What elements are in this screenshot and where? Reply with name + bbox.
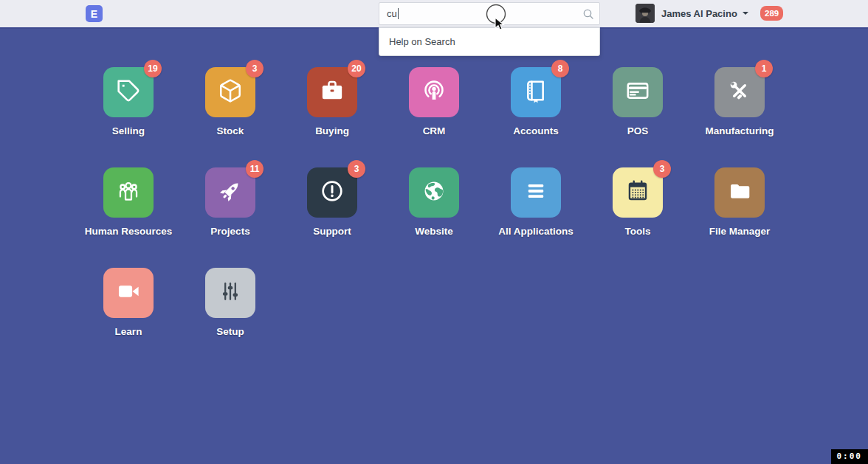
app-badge-count: 3: [246, 60, 264, 77]
ledger-book-icon: [523, 78, 548, 106]
app-label: Setup: [216, 326, 244, 337]
search-input-value: cu: [387, 8, 397, 19]
calendar-icon: [625, 179, 650, 207]
app-tile-projects[interactable]: 11 Projects: [179, 167, 281, 237]
people-group-icon: [116, 179, 141, 207]
app-label: All Applications: [498, 226, 574, 237]
app-badge-count: 1: [755, 60, 773, 77]
app-tile-buying[interactable]: 20 Buying: [281, 67, 383, 136]
app-label: Projects: [210, 226, 249, 237]
app-label: Website: [415, 226, 453, 237]
issue-exclamation-icon: [320, 179, 345, 207]
app-icon-box[interactable]: 8: [511, 67, 561, 117]
app-icon-box[interactable]: 3: [205, 67, 255, 117]
rocket-icon: [218, 179, 243, 207]
app-icon-box[interactable]: 19: [103, 67, 154, 117]
app-tile-accounts[interactable]: 8 Accounts: [485, 67, 587, 136]
user-name: James Al Pacino: [661, 8, 737, 19]
credit-card-icon: [625, 78, 650, 106]
app-icon-box[interactable]: [511, 167, 561, 218]
app-label: Manufacturing: [706, 125, 774, 136]
app-label: Human Resources: [85, 226, 173, 237]
app-badge-count: 20: [348, 60, 365, 77]
app-tile-stock[interactable]: 3 Stock: [179, 67, 281, 136]
app-icon-box[interactable]: [409, 67, 459, 117]
wrench-screwdriver-icon: [727, 78, 752, 106]
notification-badge[interactable]: 289: [760, 6, 783, 21]
app-tile-file-manager[interactable]: File Manager: [689, 167, 790, 237]
search-area: cu Help on Search: [379, 2, 600, 56]
app-tile-tools[interactable]: 3 Tools: [587, 167, 689, 237]
app-tile-human-resources[interactable]: Human Resources: [78, 167, 179, 237]
app-badge-count: 3: [653, 160, 671, 178]
box-icon: [218, 78, 243, 106]
app-icon-box[interactable]: [714, 167, 765, 218]
app-tile-website[interactable]: Website: [383, 167, 485, 237]
app-icon-box[interactable]: 1: [714, 67, 765, 117]
app-badge-count: 11: [246, 160, 264, 178]
search-dropdown: Help on Search: [379, 27, 600, 56]
app-label: File Manager: [709, 226, 771, 237]
app-icon-box[interactable]: [613, 67, 663, 117]
app-logo[interactable]: E: [86, 5, 103, 22]
app-icon-box[interactable]: 3: [307, 167, 357, 218]
app-icon-box[interactable]: 11: [205, 167, 255, 218]
sliders-icon: [218, 279, 243, 307]
app-tile-support[interactable]: 3 Support: [281, 167, 383, 237]
app-label: Buying: [315, 125, 349, 136]
app-tile-crm[interactable]: CRM: [383, 67, 485, 136]
text-caret: [398, 8, 399, 19]
broadcast-person-icon: [421, 78, 447, 106]
app-tile-selling[interactable]: 19 Selling: [78, 67, 179, 136]
app-icon-box[interactable]: [205, 268, 255, 318]
app-tile-setup[interactable]: Setup: [179, 268, 281, 337]
app-tile-all-applications[interactable]: All Applications: [485, 167, 587, 237]
globe-icon: [421, 179, 447, 207]
app-badge-count: 19: [144, 60, 162, 77]
briefcase-icon: [320, 78, 345, 106]
video-camera-icon: [116, 279, 141, 307]
app-badge-count: 8: [551, 60, 569, 77]
navbar: E cu Help on Search James Al Pacino: [0, 0, 868, 29]
app-label: Accounts: [513, 125, 559, 136]
app-badge-count: 3: [348, 160, 365, 178]
app-icon-box[interactable]: [103, 268, 154, 318]
app-grid: 19 Selling 3 Stock 20 Buying CRM 8 Accou…: [78, 67, 790, 368]
search-input[interactable]: cu: [379, 2, 600, 25]
app-label: Selling: [112, 125, 145, 136]
app-label: Support: [313, 226, 351, 237]
app-label: CRM: [423, 125, 446, 136]
search-dropdown-item-help[interactable]: Help on Search: [379, 28, 599, 55]
app-tile-pos[interactable]: POS: [587, 67, 689, 136]
app-icon-box[interactable]: 20: [307, 67, 357, 117]
app-icon-box[interactable]: [409, 167, 459, 218]
app-label: Stock: [217, 125, 244, 136]
app-icon-box[interactable]: [103, 167, 154, 218]
tag-icon: [116, 78, 141, 106]
search-icon[interactable]: [582, 8, 594, 20]
app-icon-box[interactable]: 3: [613, 167, 663, 218]
app-label: Learn: [115, 326, 142, 337]
app-tile-manufacturing[interactable]: 1 Manufacturing: [689, 67, 790, 136]
app-label: Tools: [625, 226, 651, 237]
recording-timer: 0:00: [831, 449, 868, 464]
menu-bars-icon: [523, 179, 548, 207]
folder-icon: [727, 179, 752, 207]
app-tile-learn[interactable]: Learn: [78, 268, 179, 337]
app-label: POS: [627, 125, 649, 136]
user-avatar: [636, 4, 655, 23]
chevron-down-icon: [743, 12, 748, 15]
user-menu[interactable]: James Al Pacino: [636, 4, 748, 23]
